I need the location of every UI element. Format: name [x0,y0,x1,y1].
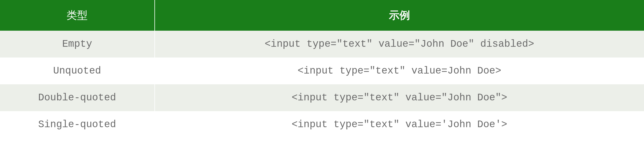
cell-type: Empty [0,31,155,58]
cell-type: Double-quoted [0,84,155,111]
header-type: 类型 [0,0,155,31]
cell-type: Unquoted [0,58,155,84]
cell-example: <input type="text" value=John Doe> [155,58,644,84]
attribute-types-table: 类型 示例 Empty <input type="text" value="Jo… [0,0,644,138]
cell-example: <input type="text" value="John Doe"> [155,84,644,111]
table-row: Single-quoted <input type="text" value='… [0,111,644,138]
header-example: 示例 [155,0,644,31]
cell-example: <input type="text" value='John Doe'> [155,111,644,138]
table-header-row: 类型 示例 [0,0,644,31]
table-row: Empty <input type="text" value="John Doe… [0,31,644,58]
table-row: Unquoted <input type="text" value=John D… [0,58,644,84]
cell-type: Single-quoted [0,111,155,138]
table-row: Double-quoted <input type="text" value="… [0,84,644,111]
cell-example: <input type="text" value="John Doe" disa… [155,31,644,58]
